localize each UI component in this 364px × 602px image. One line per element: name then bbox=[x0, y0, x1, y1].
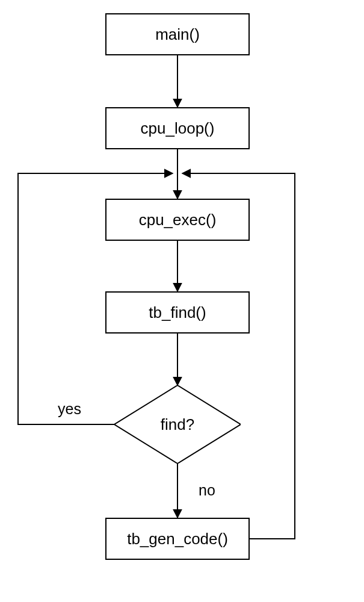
node-cpu-exec: cpu_exec() bbox=[105, 199, 250, 241]
edge-no-label: no bbox=[199, 482, 215, 499]
node-main: main() bbox=[105, 13, 250, 55]
node-tb-find-label: tb_find() bbox=[149, 303, 206, 322]
node-tb-find: tb_find() bbox=[105, 291, 250, 334]
node-tb-gen-code: tb_gen_code() bbox=[105, 518, 250, 560]
flowchart: main() cpu_loop() cpu_exec() tb_find() f… bbox=[0, 0, 364, 602]
node-cpu-loop-label: cpu_loop() bbox=[141, 119, 215, 138]
node-tb-gen-code-label: tb_gen_code() bbox=[127, 530, 228, 548]
node-cpu-loop: cpu_loop() bbox=[105, 107, 250, 149]
node-find-label: find? bbox=[161, 415, 194, 434]
edge-yes-label: yes bbox=[58, 400, 81, 418]
node-find-decision: find? bbox=[114, 385, 241, 464]
node-cpu-exec-label: cpu_exec() bbox=[139, 211, 217, 229]
node-main-label: main() bbox=[155, 25, 200, 44]
